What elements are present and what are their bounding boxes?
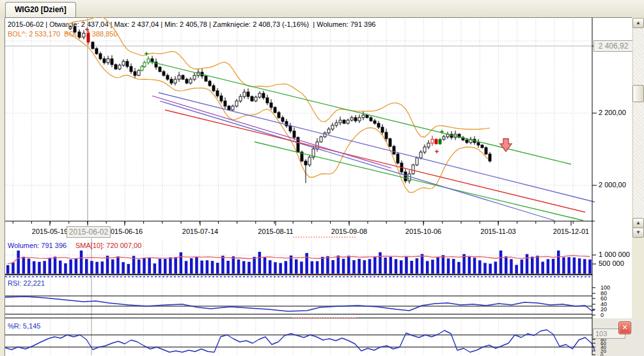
price-tick-label: 2 000,00	[599, 181, 626, 189]
wr-label: %R: 5,145	[8, 322, 40, 330]
selected-date-box: 2015-06-02	[67, 226, 111, 238]
trading-app-window: WIG20 [Dzień] 2015-06-02 | Otwarcie: 2 4…	[0, 0, 644, 356]
rsi-tick-label: 0	[601, 312, 604, 318]
volume-tick-label: 1 000 000	[599, 251, 630, 258]
date-tick-label: 2015-12-01	[551, 228, 592, 235]
price-scrollbar-thumb[interactable]	[632, 85, 644, 102]
scroll-down-icon: ▼	[636, 229, 641, 235]
tab-wig20-daily[interactable]: WIG20 [Dzień]	[5, 2, 76, 17]
scroll-up-button-2[interactable]: ▲	[632, 218, 644, 228]
volume-sma-label: SMA[10]: 720 007,00	[75, 242, 141, 249]
wr-tick-label: 0	[601, 352, 603, 356]
scroll-up-button[interactable]: ▲	[632, 18, 644, 28]
tab-bar: WIG20 [Dzień]	[0, 0, 644, 17]
volume-label: Wolumen: 791 396	[8, 242, 67, 249]
scroll-down-button[interactable]: ▼	[632, 228, 644, 238]
date-tick-label: 2015-11-03	[478, 228, 519, 235]
price-scrollbar-track[interactable]	[632, 18, 644, 237]
price-tick-label: 2 200,00	[599, 109, 626, 116]
price-chart-canvas[interactable]	[0, 17, 644, 356]
scroll-up-icon: ▲	[636, 20, 641, 26]
rsi-label: RSI: 22,221	[8, 279, 45, 287]
close-wr-panel-button[interactable]: ✕	[618, 321, 631, 334]
tab-label: WIG20 [Dzień]	[15, 5, 67, 14]
date-tick-label: 2015-08-11	[255, 228, 296, 235]
current-price-box: 2 406,92	[593, 40, 633, 52]
volume-tick-label: 500 000	[599, 259, 624, 267]
scroll-up-icon: ▲	[636, 220, 641, 226]
date-tick-label: 2015-09-08	[329, 228, 370, 235]
date-tick-label: 2015-10-06	[403, 228, 444, 235]
date-tick-label: 2015-07-14	[180, 228, 221, 235]
close-icon: ✕	[622, 323, 627, 331]
date-tick-label: 2015-05-19	[29, 228, 70, 235]
